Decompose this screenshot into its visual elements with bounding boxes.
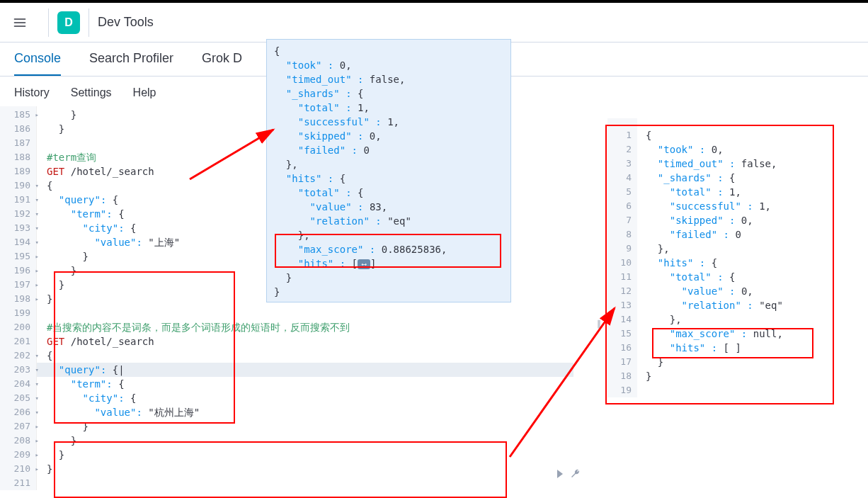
result-gutter: 12345678910111213141516171819 (607, 118, 637, 397)
result-code: { "took" : 0, "timed_out" : false, "_sha… (646, 128, 783, 383)
subtab-history[interactable]: History (14, 86, 50, 99)
result-popup-code: { "took" : 0, "timed_out" : false, "_sha… (267, 40, 510, 303)
panel-splitter[interactable]: ∥ (597, 319, 601, 329)
topbar: D Dev Tools (0, 3, 868, 43)
result-popup: { "took" : 0, "timed_out" : false, "_sha… (267, 40, 510, 302)
subtab-settings[interactable]: Settings (71, 86, 112, 99)
subtab-help[interactable]: Help (133, 86, 156, 99)
request-action-icons (554, 468, 582, 480)
send-request-button[interactable] (554, 468, 566, 480)
app-title: Dev Tools (98, 15, 154, 30)
hamburger-icon (13, 16, 27, 30)
wrench-button[interactable] (569, 468, 582, 480)
menu-toggle-button[interactable] (8, 11, 31, 34)
result-panel: 12345678910111213141516171819 { "took" :… (607, 118, 868, 498)
editor-gutter: 1851861871881891901911921931941951961971… (0, 106, 37, 490)
tab-grok-debugger[interactable]: Grok D (202, 43, 242, 76)
divider (88, 9, 89, 37)
app-icon[interactable]: D (57, 11, 80, 34)
tab-search-profiler[interactable]: Search Profiler (89, 43, 173, 76)
tab-console[interactable]: Console (14, 43, 61, 76)
divider (48, 9, 49, 37)
